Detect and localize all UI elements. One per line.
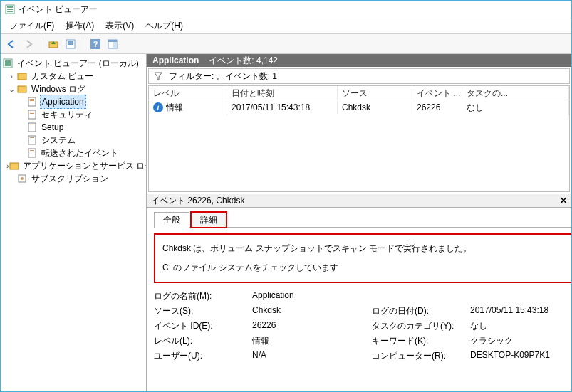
expander-icon[interactable]: › <box>6 70 16 83</box>
panel-icon[interactable] <box>105 36 120 52</box>
svg-rect-28 <box>28 149 36 157</box>
section-header: Application イベント数: 4,142 <box>147 54 571 67</box>
message-line: C: のファイル システムをチェックしています <box>162 261 571 275</box>
folder-up-icon[interactable] <box>46 36 61 52</box>
eventviewer-icon <box>2 58 14 69</box>
tree-system[interactable]: システム <box>2 134 145 147</box>
toolbar: ? <box>1 34 571 54</box>
col-datetime[interactable]: 日付と時刻 <box>227 86 338 100</box>
kv-level-k: レベル(L): <box>154 335 246 347</box>
filter-label: フィルター: 。イベント数: 1 <box>169 70 277 83</box>
message-box: Chkdsk は、ボリューム スナップショットでスキャン モードで実行されました… <box>154 233 571 283</box>
kv-logdate-k: ログの日付(D): <box>372 305 464 317</box>
tree-windows-logs[interactable]: ⌄ Windows ログ <box>2 83 145 95</box>
svg-rect-23 <box>30 113 34 114</box>
log-icon <box>26 96 38 107</box>
kv-logdate-v: 2017/05/11 15:43:18 <box>470 305 571 317</box>
svg-rect-19 <box>30 100 34 101</box>
tree-security[interactable]: セキュリティ <box>2 108 145 121</box>
kv-source-v: Chkdsk <box>252 305 366 317</box>
tree-apps-services[interactable]: › アプリケーションとサービス ログ <box>2 159 145 172</box>
svg-rect-2 <box>7 9 13 10</box>
tree-root[interactable]: イベント ビューアー (ローカル) <box>2 57 145 70</box>
message-line: Chkdsk は、ボリューム スナップショットでスキャン モードで実行されました… <box>162 242 571 255</box>
window-title: イベント ビューアー <box>19 4 98 16</box>
svg-rect-7 <box>68 43 73 45</box>
svg-rect-21 <box>28 110 36 119</box>
svg-rect-30 <box>10 163 19 169</box>
kv-source-k: ソース(S): <box>154 305 246 317</box>
subscription-icon <box>16 173 28 184</box>
menu-file[interactable]: ファイル(F) <box>4 18 60 33</box>
event-grid[interactable]: レベル 日付と時刻 ソース イベント ... タスクの... i情報 2017/… <box>148 85 570 192</box>
kv-user-v: N/A <box>252 350 366 362</box>
svg-rect-16 <box>18 86 26 92</box>
detail-tabs: 全般 詳細 <box>154 212 571 228</box>
detail-title: イベント 26226, Chkdsk <box>151 195 244 207</box>
folder-icon <box>16 83 28 95</box>
kv-computer-v: DESKTOP-K09P7K1 <box>470 350 571 362</box>
content-pane: Application イベント数: 4,142 フィルター: 。イベント数: … <box>147 54 571 391</box>
back-button[interactable] <box>4 36 19 52</box>
svg-rect-6 <box>68 41 73 43</box>
kv-keywords-k: キーワード(K): <box>372 335 464 347</box>
folder-icon <box>9 160 19 171</box>
kv-taskcat-v: なし <box>470 320 571 332</box>
event-count: イベント数: 4,142 <box>209 54 278 67</box>
col-task[interactable]: タスクの... <box>462 86 569 100</box>
tree-subscription[interactable]: サブスクリプション <box>2 172 145 185</box>
menu-bar: ファイル(F) 操作(A) 表示(V) ヘルプ(H) <box>1 18 571 34</box>
kv-computer-k: コンピューター(R): <box>372 350 464 362</box>
col-level[interactable]: レベル <box>149 86 227 100</box>
svg-rect-3 <box>7 11 13 12</box>
svg-rect-15 <box>18 73 26 80</box>
col-source[interactable]: ソース <box>338 86 412 100</box>
svg-rect-11 <box>108 40 117 42</box>
filter-icon[interactable] <box>153 71 163 81</box>
log-icon <box>26 134 38 146</box>
toolbar-separator <box>83 37 83 51</box>
kv-keywords-v: クラシック <box>470 335 571 347</box>
tree-application[interactable]: Application <box>2 95 145 108</box>
tree-custom-views[interactable]: › カスタム ビュー <box>2 70 145 83</box>
properties-icon[interactable] <box>63 36 78 52</box>
kv-eventid-k: イベント ID(E): <box>154 320 246 332</box>
svg-rect-22 <box>30 112 34 112</box>
info-icon: i <box>153 102 163 112</box>
svg-point-32 <box>21 177 24 180</box>
svg-rect-26 <box>28 136 36 144</box>
svg-rect-24 <box>28 123 36 132</box>
svg-rect-12 <box>113 42 117 48</box>
forward-button[interactable] <box>21 36 36 52</box>
svg-rect-18 <box>30 99 34 100</box>
log-icon <box>26 147 38 159</box>
menu-view[interactable]: 表示(V) <box>100 18 140 33</box>
svg-rect-25 <box>30 125 34 125</box>
svg-rect-14 <box>5 60 11 66</box>
log-icon <box>26 109 38 120</box>
app-icon <box>5 4 15 14</box>
kv-logname-k: ログの名前(M): <box>154 290 246 302</box>
section-name: Application <box>152 54 199 67</box>
help-icon[interactable]: ? <box>88 36 103 52</box>
col-eventid[interactable]: イベント ... <box>412 86 462 100</box>
kv-taskcat-k: タスクのカテゴリ(Y): <box>372 320 464 332</box>
folder-icon <box>16 70 28 82</box>
tree-view[interactable]: イベント ビューアー (ローカル) › カスタム ビュー ⌄ Windows ロ… <box>1 54 147 391</box>
toolbar-separator <box>41 37 41 51</box>
title-bar: イベント ビューアー <box>1 1 571 18</box>
close-icon[interactable]: ✕ <box>560 196 567 206</box>
svg-text:?: ? <box>93 40 98 48</box>
properties-grid: ログの名前(M): Application ソース(S): Chkdsk ログの… <box>154 290 571 362</box>
tree-setup[interactable]: Setup <box>2 121 145 134</box>
tab-general[interactable]: 全般 <box>154 212 189 228</box>
svg-rect-27 <box>30 137 34 138</box>
tree-forwarded[interactable]: 転送されたイベント <box>2 147 145 159</box>
expander-open-icon[interactable]: ⌄ <box>6 83 16 95</box>
menu-action[interactable]: 操作(A) <box>60 18 100 33</box>
kv-user-k: ユーザー(U): <box>154 350 246 362</box>
menu-help[interactable]: ヘルプ(H) <box>140 18 189 33</box>
tab-detail[interactable]: 詳細 <box>191 212 227 228</box>
table-row[interactable]: i情報 2017/05/11 15:43:18 Chkdsk 26226 なし <box>149 100 569 115</box>
svg-rect-29 <box>30 150 34 151</box>
